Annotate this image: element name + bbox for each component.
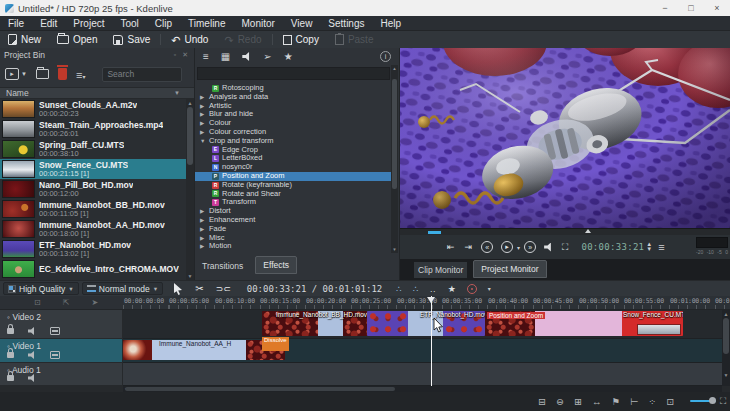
panel-float-close-icons[interactable]: ▫ ✕ [174,51,190,59]
tab-clip-monitor[interactable]: Clip Monitor [414,262,467,278]
list-item[interactable]: ETF_Nanobot_HD.mov00:00:13:02 [1] [0,239,187,259]
record-options-chevron-icon[interactable]: ▾ [488,285,491,292]
monitor-zone-bar[interactable] [428,231,441,234]
scroll-down-icon[interactable]: ▼ [391,247,398,252]
close-button[interactable]: × [704,0,730,16]
list-item[interactable]: Spring_Daff_CU.MTS00:00:38:10 [0,139,187,159]
mute-track-icon[interactable] [28,351,36,359]
lock-track-icon[interactable] [7,352,14,358]
zone-end-icon[interactable]: ➤ [91,298,98,307]
mute-track-icon[interactable] [28,327,36,335]
list-item[interactable]: EC_Kdevlive_Intro_CHROMA.MOV [0,259,187,279]
scrollbar-thumb[interactable] [187,107,193,165]
undo-button[interactable]: ↶Undo [163,31,216,48]
lock-track-icon[interactable] [7,328,14,334]
volume-icon[interactable] [544,243,553,252]
spacer-tool-icon[interactable]: ⊃⊂ [216,284,231,294]
track-header-video-1[interactable]: Video 1 [0,339,123,363]
timeline-clip[interactable]: Immune_Nanobot_AA_H [123,340,285,360]
new-button[interactable]: New [0,31,49,48]
rewind-icon[interactable]: « [481,241,493,253]
effects-scrollbar[interactable]: ▲ ▼ [391,65,398,253]
custom-effects-icon[interactable]: ➢ [263,51,271,63]
save-button[interactable]: Save [105,31,158,48]
monitor-menu-icon[interactable]: ≡ [658,241,664,253]
minimize-button[interactable]: − [652,0,678,16]
edit-mode-select[interactable]: Normal mode▼ [82,282,163,295]
bin-column-header[interactable]: Name ▼ [0,87,194,99]
hide-track-icon[interactable] [50,327,60,335]
record-icon[interactable] [467,284,477,294]
extract-zone-icon[interactable]: ∴ [413,284,419,294]
maximize-button[interactable]: □ [678,0,704,16]
play-icon[interactable]: ▸ [501,241,513,253]
insert-zone-icon[interactable]: ∴ [396,284,402,294]
add-clip-button[interactable]: ▸ ▼ [5,68,27,80]
arrows-horizontal-icon[interactable]: ↔ [592,396,602,407]
menu-monitor[interactable]: Monitor [234,16,283,31]
bin-search-input[interactable] [102,67,182,82]
playhead-marker-icon[interactable] [427,297,435,303]
menu-settings[interactable]: Settings [320,16,372,31]
track-content-audio-1[interactable] [123,363,722,386]
copy-button[interactable]: Copy [275,31,327,48]
track-content-video-2[interactable]: Immune_Nanobot_BB_HD.mov ETF_Nanobot_HD.… [123,310,722,339]
lock-track-icon[interactable] [7,375,14,381]
show-description-icon[interactable]: i [380,51,391,62]
selection-tool-icon[interactable] [173,283,183,295]
scrollbar-thumb[interactable] [723,318,729,354]
menu-file[interactable]: File [0,16,32,31]
scroll-down-icon[interactable]: ▼ [722,372,730,378]
monitor-timecode[interactable]: 00:00:33:21 [581,242,644,252]
fast-forward-icon[interactable]: » [524,241,536,253]
set-zone-in-icon[interactable]: ⇤ [447,242,455,252]
mute-track-icon[interactable] [28,374,36,382]
timeline-clip[interactable]: Immune_Nanobot_BB_HD.mov [262,311,367,336]
open-button[interactable]: Open [49,31,105,48]
timeline-clip-selected[interactable]: Position and Zoom Snow_Fence_CU.MTS [485,311,683,336]
playhead-line[interactable] [431,296,432,386]
tab-effects[interactable]: Effects [255,256,297,274]
tab-transitions[interactable]: Transitions [198,258,247,274]
track-header-video-2[interactable]: Video 2 [0,310,123,339]
timeline-vertical-scrollbar[interactable]: ▲ ▼ [722,310,730,386]
list-item-selected[interactable]: Snow_Fence_CU.MTS00:00:21:15 [1] [0,159,187,179]
bin-scrollbar[interactable]: ▲ ▼ [186,99,194,280]
floppy-icon[interactable]: ⊞ [574,396,582,407]
monitor-seek-bar[interactable] [400,228,730,235]
dots-grid-icon[interactable]: ⁘ [648,396,656,407]
marker-icon[interactable]: ⊢ [630,396,638,407]
zoom-monitor-icon[interactable]: ⛶ [562,242,568,253]
paste-button[interactable]: Paste [327,31,382,48]
play-options-chevron-icon[interactable]: ▾ [517,244,520,251]
delete-clip-button[interactable] [58,68,67,80]
transition-badge[interactable]: Dissolve [262,337,289,351]
stadium-icon[interactable]: ⊖ [556,396,564,407]
effects-search-input[interactable] [197,67,390,80]
set-zone-out-icon[interactable]: ⇥ [465,242,473,252]
scrollbar-thumb[interactable] [392,79,397,189]
scrollbar-thumb[interactable] [125,387,395,391]
scroll-down-icon[interactable]: ▼ [186,273,194,279]
scroll-up-icon[interactable]: ▲ [391,66,398,71]
flag-icon[interactable]: ⚑ [611,396,620,407]
redo-button[interactable]: ↷Redo [216,31,269,48]
video-effects-icon[interactable]: ▦ [221,51,230,63]
list-item[interactable]: Steam_Train_Approaches.mp400:00:26:01 [0,119,187,139]
favorite-effects-icon[interactable]: ★ [284,51,293,63]
menu-timeline[interactable]: Timeline [180,16,233,31]
scroll-up-icon[interactable]: ▲ [722,311,730,317]
effect-category[interactable]: ▶Motion [195,242,391,251]
list-item[interactable]: Immune_Nanobot_BB_HD.mov00:00:11:05 [1] [0,199,187,219]
zone-start-icon[interactable]: ⇱ [63,298,70,307]
seek-position-icon[interactable] [585,229,591,233]
audio-effects-icon[interactable] [242,52,251,61]
screen-icon[interactable]: ⊟ [538,396,546,407]
track-content-video-1[interactable]: Immune_Nanobot_AA_H [123,339,722,363]
create-folder-button[interactable] [36,69,49,79]
favorite-effects-star-icon[interactable]: ★ [448,284,456,294]
zoom-slider-handle[interactable] [709,397,716,404]
menu-tool[interactable]: Tool [112,16,146,31]
list-item[interactable]: Immune_Nanobot_AA_HD.mov00:00:18:00 [1] [0,219,187,239]
timeline-clip[interactable]: ETF_Nanobot_HD.mov [367,311,485,336]
